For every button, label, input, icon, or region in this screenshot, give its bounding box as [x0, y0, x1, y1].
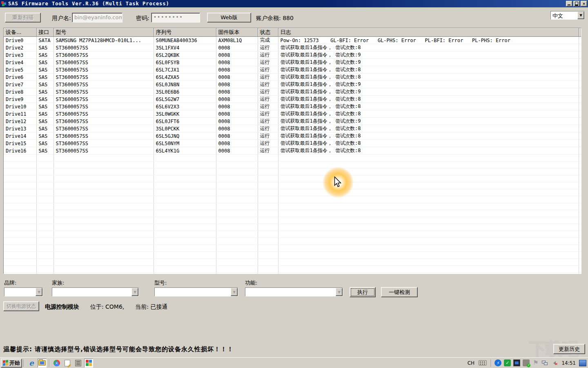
cell-status: 运行	[258, 66, 278, 74]
taskbar-divider	[49, 359, 50, 367]
cell-interface: SAS	[36, 88, 53, 96]
model-select[interactable]: ▼	[154, 287, 238, 296]
input-language-indicator[interactable]: CH	[466, 359, 476, 367]
cell-filler	[579, 110, 581, 118]
cell-interface: SAS	[36, 132, 53, 140]
cell-log: 尝试获取最后1条指令， 尝试次数:8	[278, 66, 579, 74]
taskbar: 开始 e CH ⚡ ✓ ⚑ × 14:51	[0, 357, 588, 368]
power-status: 电源控制模块 位于: COM6, 当前: 已接通	[45, 303, 176, 311]
username-input[interactable]: bin@eyaninfo.com	[72, 13, 122, 22]
table-row[interactable]: Drive11SASST3600057SS3SL0WGKK0008运行尝试获取最…	[4, 110, 581, 118]
chrome-icon[interactable]	[52, 359, 61, 368]
one-click-detect-button[interactable]: 一键检测	[381, 287, 418, 297]
usb-safely-remove-icon[interactable]	[523, 359, 530, 366]
flag-tray-icon[interactable]: ⚑	[532, 359, 539, 366]
cell-model: ST3600057SS	[53, 74, 154, 81]
cell-log: 尝试获取最后1条指令， 尝试次数:8	[278, 103, 579, 110]
cell-model: ST3600057SS	[53, 103, 154, 110]
tray-divider	[491, 359, 492, 367]
table-row[interactable]: Drive8SASST3600057SS3SL0E6B60008运行尝试获取最后…	[4, 88, 581, 96]
internet-explorer-icon[interactable]: e	[27, 359, 36, 368]
antivirus-tray-icon[interactable]: ✓	[504, 359, 511, 366]
cell-interface: SAS	[36, 96, 53, 103]
table-row[interactable]: Drive15SASST3600057SS6SL50NYM0008运行尝试获取最…	[4, 140, 581, 147]
cell-log: 尝试获取最后1条指令， 尝试次数:8	[278, 96, 579, 103]
cell-device: Drive16	[4, 147, 36, 155]
table-row[interactable]: Drive4SASST3600057SS6SL0FSYB0008运行尝试获取最后…	[4, 59, 581, 66]
brand-select[interactable]: ▼	[4, 287, 43, 296]
table-row[interactable]: Drive7SASST3600057SS6SL0JN8N0008运行尝试获取最后…	[4, 81, 581, 88]
execute-button[interactable]: 执行	[350, 287, 376, 297]
update-history-button[interactable]: 更新历史	[553, 344, 585, 354]
header-firmware[interactable]: 固件版本	[216, 28, 258, 37]
table-empty-row	[4, 162, 581, 168]
app-window: SAS Firmware Tools Ver.R.36 (Multi Task …	[0, 0, 588, 368]
table-row[interactable]: Drive9SASST3600057SS6SL5G2W70008运行尝试获取最后…	[4, 96, 581, 103]
model-value	[155, 288, 231, 296]
table-empty-row	[4, 245, 581, 252]
table-row[interactable]: Drive3SASST3600057SS6SL2QKBK0008运行尝试获取最后…	[4, 52, 581, 59]
network-tray-icon[interactable]	[541, 359, 548, 366]
chevron-down-icon[interactable]: ▼	[131, 288, 138, 296]
cell-status: 运行	[258, 110, 278, 118]
muted-speaker-icon[interactable]: ×	[551, 359, 558, 366]
table-row[interactable]: Drive14SASST3600057SS6SL5GJNQ0008运行尝试获取最…	[4, 132, 581, 140]
table-row[interactable]: Drive12SASST3600057SS6SL0JFT60008运行尝试获取最…	[4, 118, 581, 125]
family-label: 家族:	[52, 279, 64, 287]
table-empty-row	[4, 231, 581, 238]
table-row[interactable]: Drive2SASST3600057SS3SL1FXV40008运行尝试获取最后…	[4, 44, 581, 52]
title-bar[interactable]: SAS Firmware Tools Ver.R.36 (Multi Task …	[0, 0, 588, 7]
function-select[interactable]: ▼	[245, 287, 343, 296]
header-device[interactable]: 设备...	[4, 28, 36, 37]
cell-status: 完成	[258, 37, 278, 44]
table-empty-row	[4, 217, 581, 224]
header-status[interactable]: 状态	[258, 28, 278, 37]
file-explorer-icon[interactable]	[38, 359, 47, 368]
cell-device: Drive7	[4, 81, 36, 88]
cell-log: 尝试获取最后1条指令， 尝试次数:9	[278, 118, 579, 125]
notepad-icon[interactable]	[63, 359, 72, 368]
cell-firmware: 0008	[216, 132, 258, 140]
table-empty-row	[4, 266, 581, 273]
cell-interface: SAS	[36, 118, 53, 125]
chevron-down-icon[interactable]: ▼	[336, 288, 343, 296]
close-button[interactable]: ×	[581, 1, 587, 7]
table-row[interactable]: Drive10SASST3600057SS6SL6V2X30008运行尝试获取最…	[4, 103, 581, 110]
cell-model: ST3600057SS	[53, 59, 154, 66]
keyboard-icon[interactable]	[479, 360, 487, 366]
boost-tray-icon[interactable]: ⚡	[494, 359, 501, 366]
web-version-button[interactable]: Web版	[207, 13, 251, 22]
table-row[interactable]: Drive0SATASAMSUNG MZ7PA128HMCD-010L1...S…	[4, 37, 581, 44]
cell-filler	[579, 59, 581, 66]
sas-tool-task-icon[interactable]	[84, 359, 93, 368]
cell-serial: 6SL0FSYB	[154, 59, 216, 66]
mouse-cursor	[334, 176, 341, 187]
cell-device: Drive10	[4, 103, 36, 110]
minimize-button[interactable]	[566, 1, 572, 7]
chevron-down-icon[interactable]: ▼	[577, 11, 584, 19]
cell-serial: 6SL50NYM	[154, 140, 216, 147]
toggle-power-button[interactable]: 切换电源状态	[3, 301, 39, 311]
start-button[interactable]: 开始	[1, 359, 22, 368]
header-log[interactable]: 日志	[278, 28, 579, 37]
table-row[interactable]: Drive5SASST3600057SS6SL7CJX10008运行尝试获取最后…	[4, 66, 581, 74]
header-serial[interactable]: 序列号	[154, 28, 216, 37]
password-input[interactable]: ••••••••	[151, 13, 200, 22]
header-model[interactable]: 型号	[53, 28, 154, 37]
table-row[interactable]: Drive16SASST3600057SS6SL4YK1G0008运行尝试获取最…	[4, 147, 581, 155]
server-tool-icon[interactable]	[74, 359, 82, 368]
cell-log: 尝试获取最后1条指令， 尝试次数:9	[278, 88, 579, 96]
table-row[interactable]: Drive13SASST3600057SS3SL0PCKK0008运行尝试获取最…	[4, 125, 581, 132]
header-interface[interactable]: 接口	[36, 28, 53, 37]
family-select[interactable]: ▼	[52, 287, 139, 296]
table-empty-row	[4, 182, 581, 189]
language-select[interactable]: 中文 ▼	[550, 11, 585, 20]
monitor-tray-icon[interactable]	[513, 359, 520, 366]
table-empty-row	[4, 168, 581, 175]
show-desktop-icon[interactable]	[579, 360, 586, 366]
rescan-button[interactable]: 重新扫描	[5, 13, 41, 22]
chevron-down-icon[interactable]: ▼	[231, 288, 238, 296]
table-row[interactable]: Drive6SASST3600057SS6SL4ZXA50008运行尝试获取最后…	[4, 74, 581, 81]
restore-button[interactable]	[573, 1, 580, 7]
chevron-down-icon[interactable]: ▼	[36, 288, 42, 296]
